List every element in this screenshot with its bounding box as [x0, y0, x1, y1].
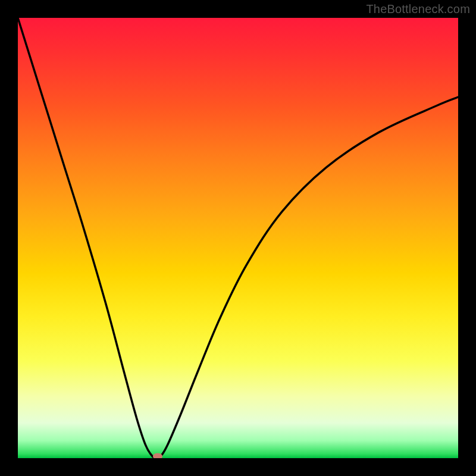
- bottleneck-curve: [18, 18, 458, 458]
- chart-plot-area: [18, 18, 458, 458]
- watermark-text: TheBottleneck.com: [366, 2, 470, 16]
- minimum-marker: [153, 453, 162, 459]
